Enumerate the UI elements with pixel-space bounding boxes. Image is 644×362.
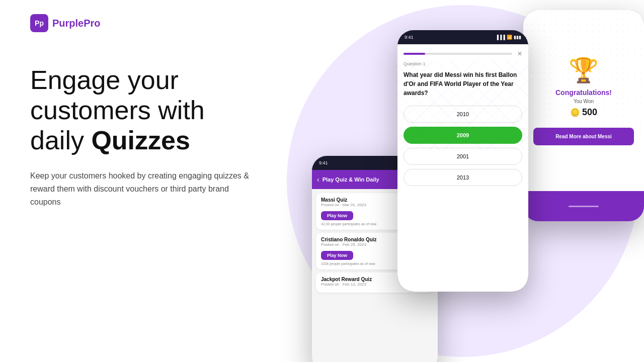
quiz-name-1: Massi Quiz [321, 197, 366, 203]
left-content: Engage your customers with daily Quizzes… [30, 65, 272, 208]
headline: Engage your customers with daily Quizzes [30, 65, 272, 155]
diamond-pattern [397, 60, 528, 151]
header: Pp PurplePro [30, 14, 101, 32]
bottom-indicator [569, 206, 599, 207]
logo-icon: Pp [30, 14, 48, 32]
congrats-bottom [523, 191, 644, 221]
quiz-name-3: Jackpot Reward Quiz [321, 277, 372, 282]
back-icon[interactable]: ‹ [317, 175, 319, 184]
quiz-date-1: Posted on : Mar 01, 2023 [321, 203, 366, 207]
progress-bar [404, 53, 512, 55]
phone-right: 🏆 Congratulations! You Won 🪙 500 Read Mo… [523, 10, 644, 221]
progress-fill [404, 53, 425, 55]
play-button-1[interactable]: Play Now [321, 211, 353, 220]
phone-center: 9:41 ▐▐▐ 📶 ▮▮▮ ✕ Question 1 What year di… [397, 30, 528, 292]
modal-header: ✕ [404, 50, 522, 57]
quiz-name-2: Cristiano Ronaldo Quiz [321, 237, 377, 242]
nav-title-middle: Play Quiz & Win Daily [323, 176, 379, 183]
quiz-date-3: Posted on : Feb 12, 2023 [321, 282, 372, 287]
quiz-date-2: Posted on : Feb 25, 2023 [321, 242, 377, 247]
participants-1: 42,00 people participates as of now [321, 222, 376, 226]
phones-area: 9:41 ▐▐▐ 📶 ▮▮▮ ‹ Play Quiz & Win Daily M… [242, 0, 644, 362]
participants-2: 102k people participates as of now [321, 262, 375, 265]
answer-opt-4[interactable]: 2013 [404, 169, 522, 186]
subtext: Keep your customers hooked by creating e… [30, 169, 252, 208]
play-button-2[interactable]: Play Now [321, 251, 353, 260]
close-button[interactable]: ✕ [517, 50, 522, 57]
status-bar-center: 9:41 ▐▐▐ 📶 ▮▮▮ [397, 30, 528, 44]
dots-pattern [523, 10, 644, 137]
logo-text: PurplePro [52, 18, 101, 29]
